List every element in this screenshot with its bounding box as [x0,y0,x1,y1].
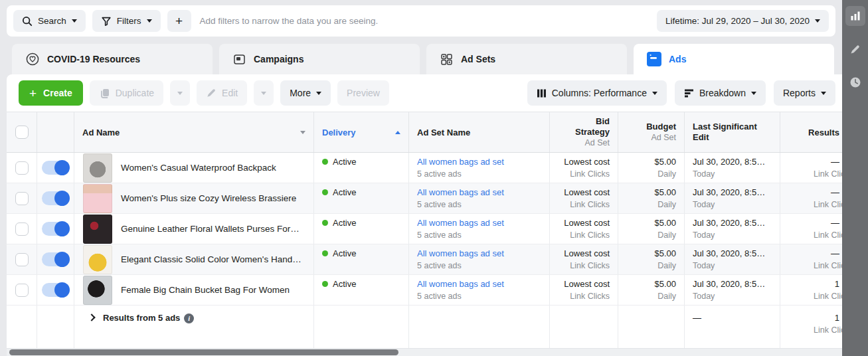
plus-icon: + [175,14,183,29]
summary-last-edit-cell: — [685,306,780,348]
column-header-delivery[interactable]: Delivery [314,112,409,152]
filters-dropdown[interactable]: Filters [92,10,161,32]
horizontal-scrollbar-thumb[interactable] [9,349,398,355]
more-button[interactable]: More [280,80,331,106]
last-edit-cell: Jul 30, 2020, 8:5…Today [685,244,780,274]
summary-label: Results from 5 ads [103,313,180,323]
ad-toggle[interactable] [42,161,69,175]
ads-table-panel: + Create Duplicate Edit More Preview [7,74,842,356]
history-panel-button[interactable] [845,72,865,92]
filters-label: Filters [117,16,141,26]
edit-panel-button[interactable] [845,39,865,59]
campaigns-folder-icon [232,52,246,66]
column-header-budget[interactable]: Budget Ad Set [618,112,685,152]
summary-empty-cell [37,306,74,348]
toggle-knob [54,282,70,298]
row-checkbox[interactable] [15,222,29,236]
search-dropdown[interactable]: Search [13,10,86,32]
column-header-ad-name[interactable]: Ad Name [74,112,314,152]
columns-icon [537,88,547,98]
summary-label-cell: Results from 5 adsi [74,306,314,348]
ad-toggle[interactable] [42,222,69,236]
heart-circle-icon [25,52,40,66]
column-header-results[interactable]: Results [780,112,842,152]
results-cell: —Link Click… [780,244,842,274]
table-row: Women's Plus size Cozy Wireless Brassier… [7,183,842,214]
active-status-dot [322,281,328,287]
ad-name[interactable]: Female Big Chain Bucket Bag For Women [121,284,290,296]
row-checkbox[interactable] [15,284,29,297]
tab-ad-sets[interactable]: Ad Sets [426,44,627,74]
bar-chart-icon [850,11,861,21]
preview-button[interactable]: Preview [337,80,389,106]
tab-campaigns[interactable]: Campaigns [219,44,420,74]
create-button[interactable]: + Create [19,80,83,106]
active-status-dot [322,159,328,165]
tab-label: Campaigns [254,54,304,64]
summary-ad-set-cell [409,306,550,348]
ad-set-cell: All women bags ad set5 active ads [409,214,550,244]
ad-name[interactable]: Women's Casual Waterproof Backpack [121,161,276,174]
add-filter-button[interactable]: + [167,10,191,32]
edit-button[interactable]: Edit [197,80,247,106]
ad-name[interactable]: Women's Plus size Cozy Wireless Brassier… [121,192,296,205]
edit-options-button[interactable] [254,80,274,106]
tab-ads[interactable]: Ads [634,44,834,74]
row-checkbox[interactable] [15,253,29,266]
date-range-label: Lifetime: Jul 29, 2020 – Jul 30, 2020 [665,16,810,26]
ad-set-link[interactable]: All women bags ad set [417,217,541,229]
bid-strategy-cell: Lowest costLink Clicks [550,183,618,213]
bid-strategy-cell: Lowest costLink Clicks [550,275,618,305]
summary-bid-cell [550,306,618,348]
breakdown-dropdown[interactable]: Breakdown [675,80,766,106]
budget-cell: $5.00Daily [618,244,685,274]
duplicate-options-button[interactable] [170,80,190,106]
chevron-down-icon [316,92,321,95]
ad-set-link[interactable]: All women bags ad set [417,278,541,290]
tab-covid19-resources[interactable]: COVID-19 Resources [12,44,213,74]
row-select-cell [7,275,37,305]
tab-label: COVID-19 Resources [47,54,140,64]
sort-down-icon[interactable] [300,131,305,134]
ad-toggle[interactable] [42,252,69,266]
active-status-dot [322,220,328,226]
ad-set-link[interactable]: All women bags ad set [417,186,541,199]
ad-name-cell: Women's Casual Waterproof Backpack [74,153,314,183]
ad-toggle[interactable] [42,283,69,297]
row-checkbox[interactable] [15,161,29,175]
column-header-ad-set-name[interactable]: Ad Set Name [409,112,550,152]
chevron-right-icon[interactable] [88,313,95,321]
table-row: Elegant Classic Solid Color Women's Hand… [7,244,842,275]
ad-sets-grid-icon [440,52,454,66]
ad-name[interactable]: Genuine Leather Floral Wallets Purses Fo… [121,222,300,235]
budget-cell: $5.00Daily [618,183,685,213]
reports-dropdown[interactable]: Reports [774,80,835,106]
row-toggle-cell [37,153,74,183]
column-header-last-significant-edit[interactable]: Last Significant Edit [685,112,780,152]
budget-cell: $5.00Daily [618,214,685,244]
results-cell: —Link Click… [780,183,842,213]
date-range-dropdown[interactable]: Lifetime: Jul 29, 2020 – Jul 30, 2020 [657,10,829,32]
duplicate-button[interactable]: Duplicate [90,80,163,106]
columns-dropdown[interactable]: Columns: Performance [527,80,667,106]
delivery-cell: Active [314,153,409,183]
row-checkbox[interactable] [15,192,29,205]
funnel-icon [101,16,112,27]
charts-panel-button[interactable] [845,6,865,26]
ad-name[interactable]: Elegant Classic Solid Color Women's Hand… [121,253,302,266]
sort-up-icon[interactable] [395,131,400,134]
last-edit-cell: Jul 30, 2020, 8:5…Today [685,153,780,183]
select-all-checkbox[interactable] [15,126,29,139]
info-icon[interactable]: i [184,313,194,323]
ad-name-cell: Genuine Leather Floral Wallets Purses Fo… [74,214,314,244]
toggle-knob [54,191,70,206]
ad-set-link[interactable]: All women bags ad set [417,155,541,168]
budget-cell: $5.00Daily [618,275,685,305]
row-toggle-cell [37,183,74,213]
column-header-bid-strategy[interactable]: Bid Strategy Ad Set [550,112,618,152]
row-select-cell [7,214,37,244]
summary-budget-cell [618,306,685,348]
ad-set-link[interactable]: All women bags ad set [417,247,541,260]
delivery-cell: Active [314,244,409,274]
ad-toggle[interactable] [42,191,69,205]
